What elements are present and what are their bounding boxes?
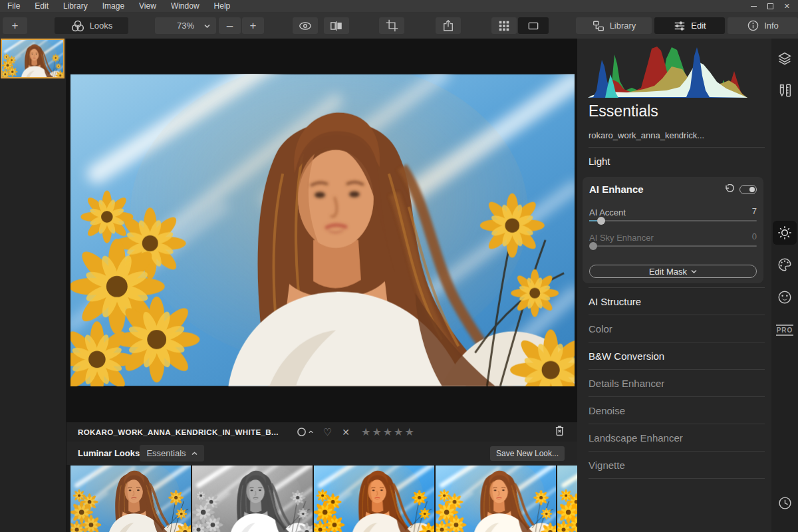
info-icon xyxy=(747,19,759,32)
maximize-button[interactable] xyxy=(767,3,773,9)
image-filename: ROKARO_WORK_ANNA_KENDRICK_IN_WHITE_B... xyxy=(78,428,279,436)
canvas-tools-button[interactable] xyxy=(771,78,798,102)
save-new-look-button[interactable]: Save New Look... xyxy=(490,446,565,461)
looks-toggle-button[interactable]: Looks xyxy=(55,17,128,34)
rating-star-icon[interactable]: ★ xyxy=(394,427,403,438)
looks-circles-icon xyxy=(70,19,85,33)
pencil-ruler-icon xyxy=(777,82,793,98)
filter-ai-structure[interactable]: AI Structure xyxy=(589,288,765,315)
favorite-heart-icon[interactable]: ♡ xyxy=(323,426,332,438)
filter-enabled-toggle[interactable] xyxy=(739,185,757,194)
looks-collection-dropdown[interactable]: Essentials xyxy=(140,445,204,462)
gallery-grid-view-button[interactable] xyxy=(491,17,517,34)
compare-icon xyxy=(329,19,344,33)
look-thumbnail[interactable] xyxy=(436,466,556,532)
layers-panel-button[interactable] xyxy=(771,47,798,70)
menu-view[interactable]: View xyxy=(132,1,164,11)
rating-star-icon[interactable]: ★ xyxy=(372,427,381,438)
zoom-in-button[interactable]: + xyxy=(242,17,264,34)
menu-image[interactable]: Image xyxy=(95,1,132,11)
edit-mask-label: Edit Mask xyxy=(649,267,687,277)
smiley-face-icon xyxy=(777,289,793,305)
menu-help[interactable]: Help xyxy=(207,1,238,11)
image-info-bar: ROKARO_WORK_ANNA_KENDRICK_IN_WHITE_B... … xyxy=(66,422,577,442)
add-image-button[interactable]: + xyxy=(3,17,27,34)
rating-star-icon[interactable]: ★ xyxy=(383,427,392,438)
creative-category-button[interactable] xyxy=(771,253,798,277)
histogram[interactable] xyxy=(588,41,747,98)
look-thumbnail[interactable] xyxy=(70,466,191,532)
before-after-compare-button[interactable] xyxy=(324,17,349,34)
ai-accent-slider-row: AI Accent 7 xyxy=(589,206,757,218)
window-controls: ✕ xyxy=(751,3,798,9)
tab-library[interactable]: Library xyxy=(576,17,652,34)
essentials-category-button[interactable] xyxy=(773,221,797,245)
filter-light[interactable]: Light xyxy=(589,156,610,167)
menu-bar: File Edit Library Image View Window Help xyxy=(0,1,237,11)
filter-landscape-enhancer[interactable]: Landscape Enhancer xyxy=(589,424,765,452)
menu-edit[interactable]: Edit xyxy=(27,1,56,11)
selected-image-thumbnail[interactable] xyxy=(1,39,65,78)
slider-thumb[interactable] xyxy=(589,242,597,250)
tab-edit[interactable]: Edit xyxy=(654,17,725,34)
edit-canvas xyxy=(66,39,577,422)
look-thumbnail[interactable] xyxy=(314,466,434,532)
reset-filter-button[interactable] xyxy=(724,184,734,196)
chevron-up-icon xyxy=(192,452,198,456)
delete-trash-button[interactable] xyxy=(555,425,565,439)
zoom-out-button[interactable]: – xyxy=(219,17,241,34)
single-image-view-button[interactable] xyxy=(518,17,549,34)
menu-window[interactable]: Window xyxy=(164,1,207,11)
filter-vignette[interactable]: Vignette xyxy=(589,452,765,479)
palette-icon xyxy=(777,257,793,273)
luminar-looks-bar: Luminar Looks: Essentials Save New Look.… xyxy=(66,442,577,465)
slider-thumb[interactable] xyxy=(597,217,605,225)
edit-sliders-icon xyxy=(673,19,686,33)
menu-library[interactable]: Library xyxy=(56,1,95,11)
luminar-looks-label: Luminar Looks: xyxy=(78,448,143,458)
reject-x-icon[interactable]: ✕ xyxy=(342,427,350,438)
filter-bw-conversion[interactable]: B&W Conversion xyxy=(589,342,765,370)
rating-star-icon[interactable]: ★ xyxy=(361,427,370,438)
tab-library-label: Library xyxy=(610,21,636,31)
single-view-icon xyxy=(526,19,541,33)
ai-sky-enhancer-label: AI Sky Enhancer xyxy=(589,233,654,243)
tab-info[interactable]: Info xyxy=(728,17,798,34)
looks-button-label: Looks xyxy=(90,21,113,31)
rating-star-icon[interactable]: ★ xyxy=(404,427,414,438)
ai-enhance-card: AI Enhance AI Accent 7 AI Sky Enhancer 0 xyxy=(583,177,763,283)
professional-category-button[interactable]: PRO xyxy=(771,318,798,342)
clock-icon xyxy=(777,495,793,511)
zoom-level-select[interactable]: 73% xyxy=(155,17,216,34)
main-photo[interactable] xyxy=(70,74,575,386)
crop-button[interactable] xyxy=(379,17,404,34)
divider xyxy=(589,147,765,148)
menu-file[interactable]: File xyxy=(0,1,27,11)
pro-icon: PRO xyxy=(776,325,794,336)
history-button[interactable] xyxy=(771,491,798,515)
ai-accent-slider[interactable] xyxy=(589,220,757,221)
share-icon xyxy=(442,19,455,33)
filter-color[interactable]: Color xyxy=(589,315,765,342)
filter-denoise[interactable]: Denoise xyxy=(589,397,765,424)
color-label-dropdown[interactable] xyxy=(297,427,313,437)
ai-enhance-title: AI Enhance xyxy=(589,184,644,195)
tab-info-label: Info xyxy=(764,21,779,31)
export-share-button[interactable] xyxy=(436,17,461,34)
quick-preview-button[interactable] xyxy=(293,17,318,34)
close-button[interactable]: ✕ xyxy=(784,3,790,9)
sun-icon xyxy=(777,225,793,241)
panel-image-filename: rokaro_work_anna_kendrick... xyxy=(589,130,704,140)
adjustments-list: AI Structure Color B&W Conversion Detail… xyxy=(589,287,765,479)
edit-mask-button[interactable]: Edit Mask xyxy=(589,265,757,278)
filter-details-enhancer[interactable]: Details Enhancer xyxy=(589,370,765,397)
look-thumbnail[interactable] xyxy=(192,466,313,532)
layers-icon xyxy=(777,51,793,66)
look-thumbnail[interactable] xyxy=(557,466,577,532)
toolbar: + Looks 73% – + xyxy=(0,12,798,39)
ai-sky-enhancer-slider-row: AI Sky Enhancer 0 xyxy=(589,231,757,243)
trash-icon xyxy=(555,425,565,436)
minimize-button[interactable] xyxy=(751,6,757,7)
ai-sky-enhancer-slider[interactable] xyxy=(589,245,757,247)
portrait-category-button[interactable] xyxy=(771,285,798,309)
